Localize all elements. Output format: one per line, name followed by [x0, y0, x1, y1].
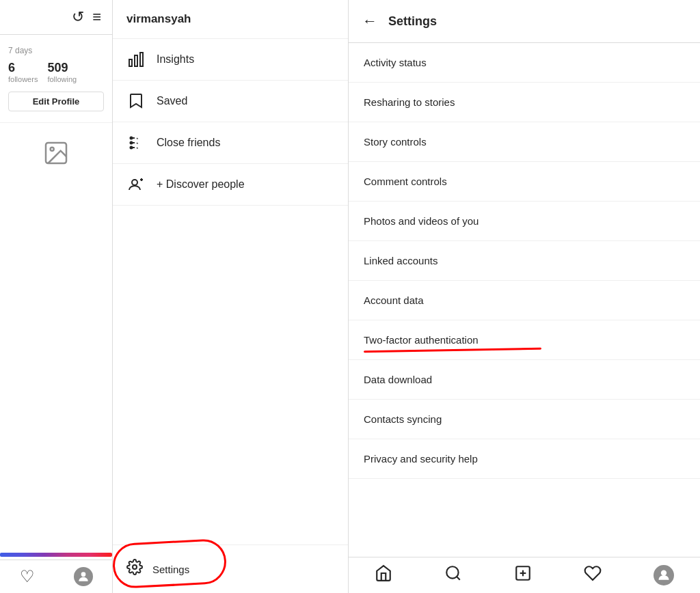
menu-username: virmansyah	[113, 0, 348, 39]
profile-section: 7 days 6 followers 509 following Edit Pr…	[0, 35, 112, 123]
settings-label: Settings	[152, 564, 189, 575]
settings-header: ← Settings	[349, 0, 700, 43]
settings-gear-icon	[126, 559, 143, 579]
settings-item-activity-status[interactable]: Activity status	[349, 43, 700, 83]
insights-label: Insights	[157, 53, 194, 66]
left-panel: ↺ ≡ 7 days 6 followers 509 following Edi…	[0, 0, 113, 593]
nav-profile-icon[interactable]	[74, 567, 93, 586]
followers-label: followers	[8, 75, 38, 83]
menu-item-insights[interactable]: Insights	[113, 39, 348, 81]
svg-point-24	[662, 570, 667, 575]
saved-label: Saved	[157, 95, 187, 107]
right-nav-add-icon[interactable]	[514, 564, 532, 586]
svg-point-2	[81, 572, 85, 577]
left-nav-bar: ♡	[0, 560, 112, 593]
settings-item-contacts-syncing[interactable]: Contacts syncing	[349, 400, 700, 439]
back-button[interactable]: ←	[362, 12, 377, 30]
settings-item-data-download[interactable]: Data download	[349, 360, 700, 400]
right-nav-search-icon[interactable]	[444, 564, 462, 586]
settings-title: Settings	[388, 14, 437, 29]
settings-item-story-controls[interactable]: Story controls	[349, 122, 700, 162]
followers-stat: 6 followers	[8, 61, 38, 83]
svg-line-20	[457, 577, 460, 580]
svg-rect-4	[135, 55, 137, 66]
svg-point-7	[131, 137, 133, 139]
middle-menu: virmansyah Insights Saved	[113, 0, 349, 593]
svg-rect-5	[140, 53, 143, 66]
close-friends-icon: ★ ★ ★	[126, 135, 146, 151]
settings-item-resharing[interactable]: Resharing to stories	[349, 83, 700, 122]
svg-point-1	[51, 148, 54, 151]
followers-count: 6	[8, 61, 38, 75]
history-icon[interactable]: ↺	[72, 8, 84, 26]
menu-bottom: Settings	[113, 544, 348, 593]
menu-icon[interactable]: ≡	[92, 8, 101, 26]
svg-text:★: ★	[136, 141, 139, 145]
svg-point-19	[446, 566, 458, 578]
menu-item-saved[interactable]: Saved	[113, 81, 348, 122]
right-nav-home-icon[interactable]	[375, 564, 392, 586]
right-nav-bar	[349, 557, 700, 593]
settings-button[interactable]: Settings	[126, 553, 334, 585]
svg-rect-3	[129, 59, 132, 66]
settings-item-comment-controls[interactable]: Comment controls	[349, 162, 700, 202]
saved-icon	[126, 93, 146, 109]
settings-item-two-factor[interactable]: Two-factor authentication	[349, 320, 700, 360]
close-friends-label: Close friends	[157, 137, 220, 149]
svg-point-15	[132, 180, 137, 185]
discover-label: + Discover people	[157, 178, 245, 191]
following-label: following	[47, 75, 77, 83]
settings-item-privacy-help[interactable]: Privacy and security help	[349, 439, 700, 479]
nav-heart-icon[interactable]: ♡	[20, 567, 35, 586]
following-stat: 509 following	[47, 61, 77, 83]
edit-profile-button[interactable]: Edit Profile	[8, 92, 104, 111]
svg-text:★: ★	[136, 146, 139, 150]
discover-icon	[126, 176, 146, 193]
photo-placeholder	[0, 123, 112, 183]
blue-bar	[0, 553, 112, 557]
right-nav-profile-icon[interactable]	[654, 565, 674, 585]
svg-text:★: ★	[136, 137, 139, 140]
menu-items-list: Insights Saved ★ ★ ★	[113, 39, 348, 544]
settings-item-linked-accounts[interactable]: Linked accounts	[349, 241, 700, 281]
left-bottom-area: ♡	[0, 553, 112, 593]
settings-item-photos-videos[interactable]: Photos and videos of you	[349, 202, 700, 241]
right-panel: ← Settings Activity status Resharing to …	[349, 0, 700, 593]
following-count: 509	[47, 61, 77, 75]
menu-item-close-friends[interactable]: ★ ★ ★ Close friends	[113, 122, 348, 164]
settings-list: Activity status Resharing to stories Sto…	[349, 43, 700, 557]
days-label: 7 days	[8, 46, 104, 55]
stats-row: 6 followers 509 following	[8, 61, 104, 83]
svg-point-11	[131, 147, 133, 149]
right-nav-heart-icon[interactable]	[584, 564, 602, 586]
menu-item-discover[interactable]: + Discover people	[113, 164, 348, 206]
left-header: ↺ ≡	[0, 0, 112, 35]
insights-icon	[126, 51, 146, 68]
svg-point-9	[131, 142, 133, 144]
svg-point-18	[133, 565, 137, 569]
settings-item-account-data[interactable]: Account data	[349, 281, 700, 320]
